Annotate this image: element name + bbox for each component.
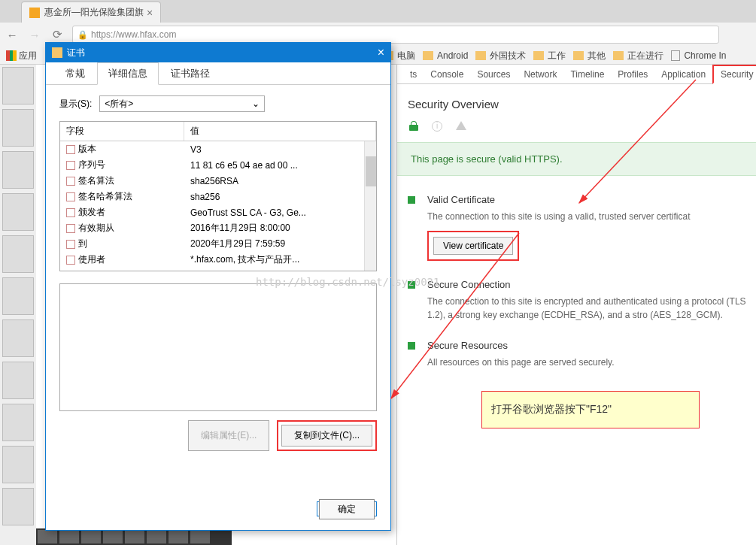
copy-highlight: 复制到文件(C)... bbox=[277, 420, 377, 451]
lock-icon: 🔒 bbox=[77, 30, 88, 40]
valid-cert-section: Valid Certificate The connection to this… bbox=[408, 194, 756, 261]
folder-icon bbox=[475, 51, 486, 60]
thumbnail bbox=[2, 235, 34, 273]
view-certificate-button[interactable]: View certificate bbox=[433, 237, 513, 255]
cert-desc: The connection to this site is using a v… bbox=[427, 210, 756, 223]
cell-value: GeoTrust SSL CA - G3, Ge... bbox=[184, 204, 376, 220]
tab-path[interactable]: 证书路径 bbox=[160, 63, 220, 84]
tab-sources[interactable]: Sources bbox=[470, 65, 517, 84]
info-status-icon: i bbox=[432, 121, 442, 132]
bookmark-folder[interactable]: Android bbox=[423, 50, 468, 61]
bookmark-label: 外国技术 bbox=[490, 50, 526, 62]
security-status-icons: i bbox=[408, 121, 756, 132]
favicon-icon bbox=[29, 8, 40, 18]
cell-field: 签名算法 bbox=[60, 173, 184, 189]
thumbnail bbox=[2, 277, 34, 315]
tab-detail[interactable]: 详细信息 bbox=[97, 62, 159, 85]
scrollbar[interactable] bbox=[364, 141, 376, 271]
cert-tabs: 常规 详细信息 证书路径 bbox=[46, 62, 390, 85]
tab-network[interactable]: Network bbox=[517, 65, 563, 84]
cell-value: *.hfax.com, 技术与产品开... bbox=[184, 252, 376, 268]
show-select[interactable]: <所有> ⌄ bbox=[99, 95, 265, 112]
button-row: 编辑属性(E)... 复制到文件(C)... bbox=[59, 420, 377, 451]
tab-console[interactable]: Console bbox=[424, 65, 470, 84]
table-row[interactable]: 到2020年1月29日 7:59:59 bbox=[60, 236, 376, 252]
cell-value: sha256 bbox=[184, 189, 376, 204]
select-value: <所有> bbox=[105, 98, 133, 111]
table-row[interactable]: 版本V3 bbox=[60, 141, 376, 157]
field-icon bbox=[66, 224, 75, 233]
secure-resources-section: Secure Resources All resources on this p… bbox=[408, 340, 756, 369]
security-overview-title: Security Overview bbox=[408, 98, 756, 111]
cell-field: 版本 bbox=[60, 141, 184, 157]
bookmark-folder[interactable]: 工作 bbox=[533, 50, 566, 62]
forward-icon[interactable]: → bbox=[27, 27, 42, 42]
folder-icon bbox=[613, 51, 624, 60]
bookmark-folder[interactable]: 其他 bbox=[573, 50, 606, 62]
thumbnail bbox=[2, 446, 34, 483]
bookmark-folder[interactable]: 外国技术 bbox=[475, 50, 526, 62]
thumbnail bbox=[2, 193, 34, 231]
close-icon[interactable]: × bbox=[378, 46, 384, 59]
table-row[interactable]: 序列号11 81 c6 e5 04 ae ad 00 ... bbox=[60, 157, 376, 173]
back-icon[interactable]: ← bbox=[5, 27, 20, 42]
tab-profiles[interactable]: Profiles bbox=[611, 65, 654, 84]
square-bullet-icon bbox=[408, 196, 415, 204]
cert-heading: Valid Certificate bbox=[427, 194, 756, 205]
tab-application[interactable]: Application bbox=[654, 65, 712, 84]
ok-button[interactable]: 确定 bbox=[319, 499, 375, 519]
cell-field: 到 bbox=[60, 236, 184, 252]
secure-connection-section: Secure Connection The connection to this… bbox=[408, 279, 756, 322]
bookmark-folder[interactable]: 正在进行 bbox=[613, 50, 663, 62]
warn-status-icon bbox=[456, 121, 466, 130]
thumbnail bbox=[2, 319, 34, 357]
browser-tab[interactable]: 惠金所—阳光保险集团旗 × bbox=[21, 2, 161, 23]
bookmark-label: 正在进行 bbox=[627, 50, 663, 62]
devtools-tabs: ts Console Sources Network Timeline Prof… bbox=[397, 65, 756, 84]
dialog-titlebar[interactable]: 证书 × bbox=[46, 43, 390, 62]
bookmark-label: 其他 bbox=[587, 50, 606, 62]
field-icon bbox=[66, 256, 75, 265]
cell-field: 使用者 bbox=[60, 252, 184, 268]
tab-title: 惠金所—阳光保险集团旗 bbox=[44, 6, 144, 19]
cell-field: 序列号 bbox=[60, 157, 184, 173]
table-row[interactable]: 签名哈希算法sha256 bbox=[60, 189, 376, 204]
cell-value: RSA (2048 Bits) bbox=[184, 268, 376, 271]
url-input[interactable]: 🔒 https://www.hfax.com bbox=[72, 26, 719, 44]
table-row[interactable]: 签名算法sha256RSA bbox=[60, 173, 376, 189]
table-row[interactable]: 有效期从2016年11月29日 8:00:00 bbox=[60, 220, 376, 236]
ok-wrap: 确定 bbox=[317, 501, 377, 516]
watermark-text: http://blog.csdn.net/lsyz0021 bbox=[256, 276, 439, 288]
field-icon bbox=[66, 240, 75, 249]
table-row[interactable]: 公钥RSA (2048 Bits) bbox=[60, 268, 376, 271]
reload-icon[interactable]: ⟳ bbox=[50, 27, 65, 42]
tab-strip: 惠金所—阳光保险集团旗 × bbox=[0, 0, 756, 23]
apps-button[interactable]: 应用 bbox=[6, 50, 37, 62]
field-icon bbox=[66, 208, 75, 217]
folder-icon bbox=[423, 51, 433, 60]
cell-value: 11 81 c6 e5 04 ae ad 00 ... bbox=[184, 157, 376, 173]
tab-ts[interactable]: ts bbox=[403, 65, 424, 84]
field-icon bbox=[66, 161, 75, 170]
conn-heading: Secure Connection bbox=[427, 279, 756, 290]
page-thumbnails bbox=[0, 65, 36, 545]
tab-close-icon[interactable]: × bbox=[147, 7, 153, 19]
res-heading: Secure Resources bbox=[427, 340, 756, 351]
table-row[interactable]: 使用者*.hfax.com, 技术与产品开... bbox=[60, 252, 376, 268]
edit-properties-button: 编辑属性(E)... bbox=[188, 420, 269, 451]
table-row[interactable]: 颁发者GeoTrust SSL CA - G3, Ge... bbox=[60, 204, 376, 220]
thumbnail bbox=[2, 109, 34, 147]
bookmark-link[interactable]: Chrome In bbox=[671, 50, 726, 61]
tab-timeline[interactable]: Timeline bbox=[563, 65, 611, 84]
scroll-thumb[interactable] bbox=[366, 156, 376, 186]
col-field: 字段 bbox=[60, 122, 184, 141]
table-body[interactable]: 版本V3序列号11 81 c6 e5 04 ae ad 00 ...签名算法sh… bbox=[60, 141, 376, 271]
conn-desc: The connection to this site is encrypted… bbox=[427, 295, 756, 322]
cell-field: 颁发者 bbox=[60, 204, 184, 220]
folder-icon bbox=[533, 51, 544, 60]
tab-general[interactable]: 常规 bbox=[55, 63, 96, 84]
copy-to-file-button[interactable]: 复制到文件(C)... bbox=[281, 425, 372, 447]
tab-security[interactable]: Security bbox=[712, 65, 756, 84]
cell-field: 签名哈希算法 bbox=[60, 189, 184, 204]
field-table: 字段 值 版本V3序列号11 81 c6 e5 04 ae ad 00 ...签… bbox=[59, 121, 377, 271]
